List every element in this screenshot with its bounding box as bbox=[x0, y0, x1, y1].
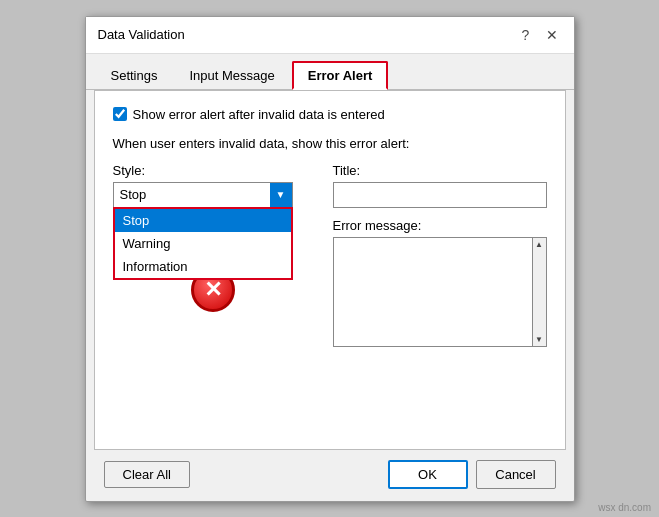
checkbox-row: Show error alert after invalid data is e… bbox=[113, 107, 547, 122]
error-message-area: ▲ ▼ bbox=[333, 237, 547, 347]
ok-button[interactable]: OK bbox=[388, 460, 468, 489]
dialog-footer: Clear All OK Cancel bbox=[86, 450, 574, 501]
title-input[interactable] bbox=[333, 182, 547, 208]
tab-input-message[interactable]: Input Message bbox=[174, 61, 289, 90]
clear-all-button[interactable]: Clear All bbox=[104, 461, 190, 488]
watermark: wsx dn.com bbox=[598, 502, 651, 513]
tab-bar: Settings Input Message Error Alert bbox=[86, 54, 574, 90]
style-dropdown: Stop Warning Information bbox=[113, 207, 293, 280]
style-selected-value: Stop bbox=[120, 187, 147, 202]
ok-cancel-group: OK Cancel bbox=[388, 460, 556, 489]
title-controls: ? ✕ bbox=[516, 25, 562, 45]
error-message-textarea[interactable] bbox=[333, 237, 532, 347]
style-select[interactable]: Stop ▼ bbox=[113, 182, 293, 208]
tab-settings[interactable]: Settings bbox=[96, 61, 173, 90]
section-description: When user enters invalid data, show this… bbox=[113, 136, 547, 151]
scroll-down-arrow[interactable]: ▼ bbox=[535, 335, 543, 344]
title-field-label: Title: bbox=[333, 163, 547, 178]
title-bar: Data Validation ? ✕ bbox=[86, 17, 574, 54]
dropdown-item-information[interactable]: Information bbox=[115, 255, 291, 278]
help-button[interactable]: ? bbox=[516, 25, 536, 45]
right-column: Title: Error message: ▲ ▼ bbox=[333, 163, 547, 347]
style-select-wrapper: Stop ▼ Stop Warning Information bbox=[113, 182, 293, 208]
left-column: Style: Stop ▼ Stop Warning Information bbox=[113, 163, 313, 347]
checkbox-label: Show error alert after invalid data is e… bbox=[133, 107, 385, 122]
cancel-button[interactable]: Cancel bbox=[476, 460, 556, 489]
form-area: Style: Stop ▼ Stop Warning Information bbox=[113, 163, 547, 347]
error-message-label: Error message: bbox=[333, 218, 547, 233]
dialog-content: Show error alert after invalid data is e… bbox=[94, 90, 566, 450]
tab-error-alert[interactable]: Error Alert bbox=[292, 61, 389, 90]
show-error-checkbox[interactable] bbox=[113, 107, 127, 121]
dropdown-item-stop[interactable]: Stop bbox=[115, 209, 291, 232]
style-label: Style: bbox=[113, 163, 313, 178]
close-button[interactable]: ✕ bbox=[542, 25, 562, 45]
scroll-up-arrow[interactable]: ▲ bbox=[535, 240, 543, 249]
select-arrow-icon[interactable]: ▼ bbox=[270, 183, 292, 207]
data-validation-dialog: Data Validation ? ✕ Settings Input Messa… bbox=[85, 16, 575, 502]
dropdown-item-warning[interactable]: Warning bbox=[115, 232, 291, 255]
scrollbar: ▲ ▼ bbox=[532, 237, 547, 347]
dialog-title: Data Validation bbox=[98, 27, 185, 42]
